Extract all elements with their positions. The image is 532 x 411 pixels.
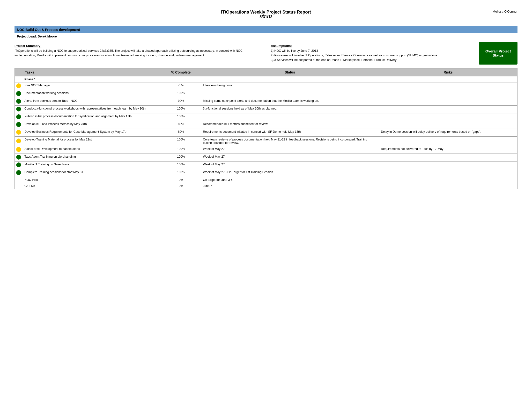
- table-row: Conduct x-functional process workshops w…: [15, 106, 517, 113]
- status-header: Status: [201, 68, 379, 76]
- pct-cell: 90%: [161, 98, 201, 106]
- table-row: Mozilla IT Training on SalesForce100%Wee…: [15, 161, 517, 169]
- status-cell: 3 x-functional sessions held as of May 1…: [201, 106, 379, 113]
- status-cell: Requirements document initiated in conce…: [201, 129, 379, 137]
- overall-status-box: Overall Project Status: [479, 42, 517, 65]
- status-indicator: [16, 170, 21, 175]
- task-cell: Documentation working sessions: [22, 90, 161, 98]
- table-row: Documentation working sessions100%: [15, 90, 517, 98]
- indicator-cell: [15, 129, 23, 137]
- report-date: 5/31/13: [15, 15, 517, 19]
- indicator-cell: [15, 183, 23, 189]
- task-cell: Publish initial process documentation fo…: [22, 113, 161, 121]
- project-title: NOC Build Out & Process development: [17, 28, 80, 32]
- status-cell: [201, 90, 379, 98]
- indicator-cell: [15, 106, 23, 113]
- status-cell: Week of May 27: [201, 154, 379, 161]
- page-header: IT/Operations Weekly Project Status Repo…: [15, 10, 517, 19]
- pct-cell: 100%: [161, 146, 201, 154]
- status-cell: Week of May 27: [201, 146, 379, 154]
- risks-cell: Delay in Demo session will delay deliver…: [379, 129, 517, 137]
- table-row: NOC Pilot0%On target for June 3-6: [15, 177, 517, 183]
- task-cell: NOC Pilot: [22, 177, 161, 183]
- project-title-bar: NOC Build Out & Process development: [15, 26, 517, 33]
- table-row: SalesForce Development to handle alerts1…: [15, 146, 517, 154]
- pct-cell: 100%: [161, 106, 201, 113]
- table-row: Develop Training Material for process by…: [15, 137, 517, 146]
- project-lead-bar: Project Lead: Derek Moore: [15, 34, 517, 39]
- indicator-cell: [15, 146, 23, 154]
- main-table: Tasks % Complete Status Risks Phase 1 Hi…: [15, 68, 517, 189]
- tasks-header: Tasks: [22, 68, 161, 76]
- indicator-cell: [15, 113, 23, 121]
- project-lead-name: Derek Moore: [38, 35, 57, 38]
- task-cell: Develop KPI and Process Metrics by May 2…: [22, 121, 161, 129]
- status-cell: Recommended KPI metrics submitted for re…: [201, 121, 379, 129]
- indicator-cell: [15, 154, 23, 161]
- status-indicator: [16, 122, 21, 127]
- pct-cell: 75%: [161, 83, 201, 90]
- status-indicator: [16, 99, 21, 104]
- indicator-cell: [15, 169, 23, 177]
- indicator-cell: [15, 90, 23, 98]
- risks-cell: [379, 83, 517, 90]
- summary-left: Project Summary: IT/Operations will be b…: [15, 44, 261, 62]
- indicator-header: [15, 68, 23, 76]
- task-cell: Complete Training sessions for staff May…: [22, 169, 161, 177]
- status-cell: Missing some catchpoint alerts and docum…: [201, 98, 379, 106]
- phase-indicator-cell: [15, 76, 23, 83]
- status-cell: Core team reviews of process documentati…: [201, 137, 379, 146]
- report-title: IT/Operations Weekly Project Status Repo…: [15, 10, 517, 15]
- pct-cell: 0%: [161, 183, 201, 189]
- risks-cell: [379, 137, 517, 146]
- risks-cell: Requirements not delivered to Taos by 17…: [379, 146, 517, 154]
- table-row: Taos Agent Tranining on alert handling10…: [15, 154, 517, 161]
- indicator-cell: [15, 121, 23, 129]
- table-row: Hire NOC Manager75%Interviews being done: [15, 83, 517, 90]
- risks-header: Risks: [379, 68, 517, 76]
- risks-cell: [379, 154, 517, 161]
- indicator-cell: [15, 98, 23, 106]
- project-lead-label: Project Lead:: [17, 35, 37, 38]
- pct-cell: 100%: [161, 161, 201, 169]
- summary-left-title: Project Summary:: [15, 44, 261, 48]
- status-cell: On target for June 3-6: [201, 177, 379, 183]
- task-cell: Develop Business Requirements for Case M…: [22, 129, 161, 137]
- phase-row: Phase 1: [15, 76, 517, 83]
- risks-cell: [379, 121, 517, 129]
- status-indicator: [16, 130, 21, 135]
- table-header-row: Tasks % Complete Status Risks: [15, 68, 517, 76]
- task-cell: Develop Training Material for process by…: [22, 137, 161, 146]
- indicator-cell: [15, 177, 23, 183]
- task-cell: Alerts from services sent to Taos - NOC: [22, 98, 161, 106]
- indicator-cell: [15, 137, 23, 146]
- pct-cell: 100%: [161, 169, 201, 177]
- table-row: Go-Live0%June 7: [15, 183, 517, 189]
- pct-cell: 100%: [161, 113, 201, 121]
- summary-section: Project Summary: IT/Operations will be b…: [15, 44, 517, 62]
- status-cell: June 7: [201, 183, 379, 189]
- pct-cell: 0%: [161, 177, 201, 183]
- table-row: Alerts from services sent to Taos - NOC9…: [15, 98, 517, 106]
- risks-cell: [379, 113, 517, 121]
- pct-cell: 100%: [161, 154, 201, 161]
- pct-cell: 80%: [161, 129, 201, 137]
- status-cell: Week of May 27 - On Target for 1st Train…: [201, 169, 379, 177]
- risks-cell: [379, 169, 517, 177]
- summary-left-text: IT/Operations will be building a NOC to …: [15, 49, 261, 58]
- status-indicator: [16, 114, 21, 119]
- table-row: Publish initial process documentation fo…: [15, 113, 517, 121]
- pct-cell: 80%: [161, 121, 201, 129]
- status-cell: Week of May 27: [201, 161, 379, 169]
- task-cell: Hire NOC Manager: [22, 83, 161, 90]
- status-indicator: [16, 84, 21, 88]
- status-indicator: [16, 91, 21, 96]
- author-name: Melissa O'Connor: [493, 10, 517, 13]
- phase-label: Phase 1: [22, 76, 161, 83]
- status-indicator: [16, 107, 21, 112]
- pct-cell: 100%: [161, 137, 201, 146]
- table-row: Complete Training sessions for staff May…: [15, 169, 517, 177]
- task-cell: Go-Live: [22, 183, 161, 189]
- task-cell: SalesForce Development to handle alerts: [22, 146, 161, 154]
- risks-cell: [379, 161, 517, 169]
